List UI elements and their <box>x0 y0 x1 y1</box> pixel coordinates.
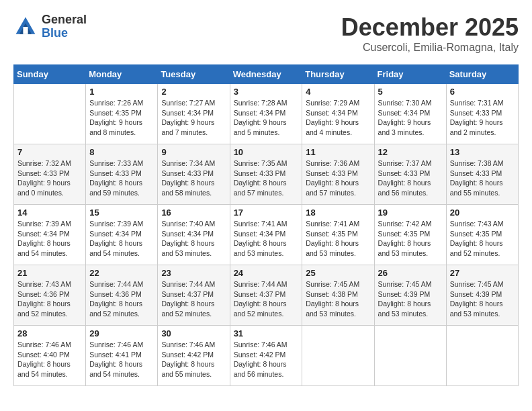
calendar-cell: 20Sunrise: 7:43 AM Sunset: 4:35 PM Dayli… <box>446 205 518 265</box>
day-number: 13 <box>450 147 515 157</box>
calendar-week-row: 1Sunrise: 7:26 AM Sunset: 4:35 PM Daylig… <box>14 84 519 144</box>
day-number: 25 <box>306 268 370 278</box>
day-info: Sunrise: 7:28 AM Sunset: 4:34 PM Dayligh… <box>234 98 299 138</box>
day-number: 7 <box>17 147 82 157</box>
day-number: 23 <box>161 268 226 278</box>
weekday-header-tuesday: Tuesday <box>158 65 230 84</box>
day-number: 6 <box>450 87 515 97</box>
svg-rect-2 <box>23 27 28 34</box>
day-number: 22 <box>89 268 154 278</box>
calendar-cell: 23Sunrise: 7:44 AM Sunset: 4:37 PM Dayli… <box>158 265 230 326</box>
logo-icon <box>13 15 38 39</box>
day-number: 4 <box>306 87 370 97</box>
calendar-cell: 6Sunrise: 7:31 AM Sunset: 4:33 PM Daylig… <box>446 84 518 144</box>
calendar-cell: 8Sunrise: 7:33 AM Sunset: 4:33 PM Daylig… <box>86 144 158 205</box>
calendar-cell: 14Sunrise: 7:39 AM Sunset: 4:34 PM Dayli… <box>14 205 86 265</box>
month-title: December 2025 <box>341 13 519 42</box>
calendar-week-row: 21Sunrise: 7:43 AM Sunset: 4:36 PM Dayli… <box>14 265 519 326</box>
day-number: 8 <box>89 147 154 157</box>
day-info: Sunrise: 7:46 AM Sunset: 4:40 PM Dayligh… <box>17 340 82 379</box>
calendar-cell: 22Sunrise: 7:44 AM Sunset: 4:36 PM Dayli… <box>86 265 158 326</box>
location-subtitle: Cusercoli, Emilia-Romagna, Italy <box>341 42 519 54</box>
day-info: Sunrise: 7:40 AM Sunset: 4:34 PM Dayligh… <box>161 219 226 259</box>
day-number: 9 <box>161 147 226 157</box>
calendar-cell: 3Sunrise: 7:28 AM Sunset: 4:34 PM Daylig… <box>230 84 302 144</box>
day-number: 27 <box>450 268 515 278</box>
calendar-cell: 27Sunrise: 7:45 AM Sunset: 4:39 PM Dayli… <box>446 265 518 326</box>
calendar-cell: 26Sunrise: 7:45 AM Sunset: 4:39 PM Dayli… <box>374 265 446 326</box>
day-info: Sunrise: 7:33 AM Sunset: 4:33 PM Dayligh… <box>89 158 154 198</box>
calendar-cell: 18Sunrise: 7:41 AM Sunset: 4:35 PM Dayli… <box>302 205 374 265</box>
weekday-header-friday: Friday <box>374 65 446 84</box>
day-number: 10 <box>234 147 299 157</box>
weekday-header-saturday: Saturday <box>446 65 518 84</box>
day-info: Sunrise: 7:44 AM Sunset: 4:36 PM Dayligh… <box>89 279 154 319</box>
calendar-cell: 11Sunrise: 7:36 AM Sunset: 4:33 PM Dayli… <box>302 144 374 205</box>
calendar-cell: 31Sunrise: 7:46 AM Sunset: 4:42 PM Dayli… <box>230 326 302 386</box>
day-info: Sunrise: 7:45 AM Sunset: 4:39 PM Dayligh… <box>450 279 515 319</box>
day-number: 20 <box>450 208 515 218</box>
calendar-cell: 12Sunrise: 7:37 AM Sunset: 4:33 PM Dayli… <box>374 144 446 205</box>
day-info: Sunrise: 7:43 AM Sunset: 4:35 PM Dayligh… <box>450 219 515 259</box>
day-info: Sunrise: 7:32 AM Sunset: 4:33 PM Dayligh… <box>17 158 82 198</box>
day-info: Sunrise: 7:46 AM Sunset: 4:42 PM Dayligh… <box>234 340 299 379</box>
calendar-cell <box>14 84 86 144</box>
day-info: Sunrise: 7:27 AM Sunset: 4:34 PM Dayligh… <box>161 98 226 138</box>
day-number: 19 <box>378 208 443 218</box>
day-number: 15 <box>89 208 154 218</box>
calendar-cell: 24Sunrise: 7:44 AM Sunset: 4:37 PM Dayli… <box>230 265 302 326</box>
logo: General Blue <box>13 13 87 40</box>
calendar-cell: 21Sunrise: 7:43 AM Sunset: 4:36 PM Dayli… <box>14 265 86 326</box>
day-info: Sunrise: 7:36 AM Sunset: 4:33 PM Dayligh… <box>306 158 370 198</box>
day-info: Sunrise: 7:44 AM Sunset: 4:37 PM Dayligh… <box>234 279 299 319</box>
day-number: 21 <box>17 268 82 278</box>
calendar-cell: 1Sunrise: 7:26 AM Sunset: 4:35 PM Daylig… <box>86 84 158 144</box>
calendar-cell: 16Sunrise: 7:40 AM Sunset: 4:34 PM Dayli… <box>158 205 230 265</box>
day-number: 29 <box>89 328 154 338</box>
logo-text: General Blue <box>42 13 87 40</box>
day-info: Sunrise: 7:43 AM Sunset: 4:36 PM Dayligh… <box>17 279 82 319</box>
day-info: Sunrise: 7:39 AM Sunset: 4:34 PM Dayligh… <box>89 219 154 259</box>
day-info: Sunrise: 7:45 AM Sunset: 4:38 PM Dayligh… <box>306 279 370 319</box>
calendar-cell: 15Sunrise: 7:39 AM Sunset: 4:34 PM Dayli… <box>86 205 158 265</box>
calendar-cell: 9Sunrise: 7:34 AM Sunset: 4:33 PM Daylig… <box>158 144 230 205</box>
day-info: Sunrise: 7:44 AM Sunset: 4:37 PM Dayligh… <box>161 279 226 319</box>
calendar-cell: 19Sunrise: 7:42 AM Sunset: 4:35 PM Dayli… <box>374 205 446 265</box>
calendar-cell: 13Sunrise: 7:38 AM Sunset: 4:33 PM Dayli… <box>446 144 518 205</box>
day-info: Sunrise: 7:38 AM Sunset: 4:33 PM Dayligh… <box>450 158 515 198</box>
day-number: 30 <box>161 328 226 338</box>
day-info: Sunrise: 7:41 AM Sunset: 4:35 PM Dayligh… <box>306 219 370 259</box>
calendar-cell: 10Sunrise: 7:35 AM Sunset: 4:33 PM Dayli… <box>230 144 302 205</box>
day-info: Sunrise: 7:35 AM Sunset: 4:33 PM Dayligh… <box>234 158 299 198</box>
day-info: Sunrise: 7:42 AM Sunset: 4:35 PM Dayligh… <box>378 219 443 259</box>
day-number: 3 <box>234 87 299 97</box>
calendar-cell: 28Sunrise: 7:46 AM Sunset: 4:40 PM Dayli… <box>14 326 86 386</box>
day-number: 2 <box>161 87 226 97</box>
title-section: December 2025 Cusercoli, Emilia-Romagna,… <box>341 13 519 54</box>
calendar-cell: 17Sunrise: 7:41 AM Sunset: 4:34 PM Dayli… <box>230 205 302 265</box>
day-number: 17 <box>234 208 299 218</box>
calendar-cell: 30Sunrise: 7:46 AM Sunset: 4:42 PM Dayli… <box>158 326 230 386</box>
day-info: Sunrise: 7:30 AM Sunset: 4:34 PM Dayligh… <box>378 98 443 138</box>
day-info: Sunrise: 7:37 AM Sunset: 4:33 PM Dayligh… <box>378 158 443 198</box>
day-info: Sunrise: 7:41 AM Sunset: 4:34 PM Dayligh… <box>234 219 299 259</box>
calendar-cell: 5Sunrise: 7:30 AM Sunset: 4:34 PM Daylig… <box>374 84 446 144</box>
calendar-cell: 2Sunrise: 7:27 AM Sunset: 4:34 PM Daylig… <box>158 84 230 144</box>
day-number: 12 <box>378 147 443 157</box>
weekday-header-monday: Monday <box>86 65 158 84</box>
day-number: 18 <box>306 208 370 218</box>
day-number: 31 <box>234 328 299 338</box>
day-info: Sunrise: 7:39 AM Sunset: 4:34 PM Dayligh… <box>17 219 82 259</box>
calendar-week-row: 28Sunrise: 7:46 AM Sunset: 4:40 PM Dayli… <box>14 326 519 386</box>
day-number: 5 <box>378 87 443 97</box>
day-info: Sunrise: 7:34 AM Sunset: 4:33 PM Dayligh… <box>161 158 226 198</box>
weekday-header-row: SundayMondayTuesdayWednesdayThursdayFrid… <box>14 65 519 84</box>
day-info: Sunrise: 7:29 AM Sunset: 4:34 PM Dayligh… <box>306 98 370 138</box>
day-info: Sunrise: 7:31 AM Sunset: 4:33 PM Dayligh… <box>450 98 515 138</box>
page-header: General Blue December 2025 Cusercoli, Em… <box>13 13 519 54</box>
day-info: Sunrise: 7:46 AM Sunset: 4:41 PM Dayligh… <box>89 340 154 379</box>
weekday-header-wednesday: Wednesday <box>230 65 302 84</box>
calendar-cell <box>374 326 446 386</box>
calendar-cell: 29Sunrise: 7:46 AM Sunset: 4:41 PM Dayli… <box>86 326 158 386</box>
calendar-cell: 7Sunrise: 7:32 AM Sunset: 4:33 PM Daylig… <box>14 144 86 205</box>
